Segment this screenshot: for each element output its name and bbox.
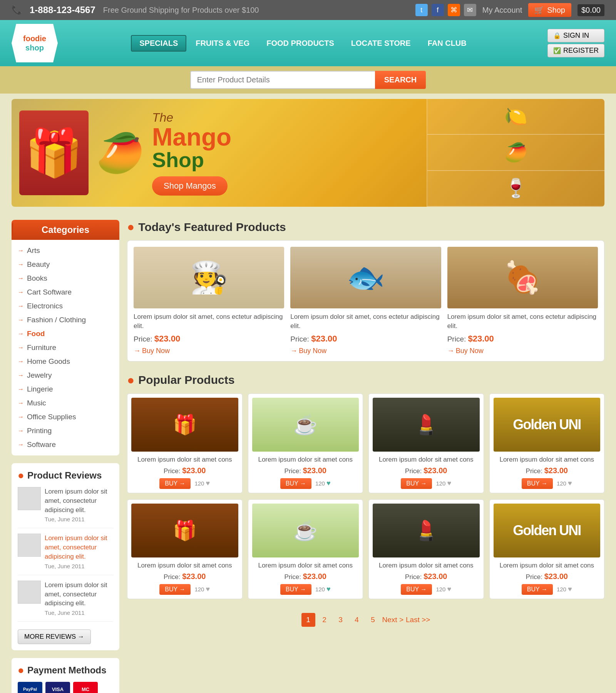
buy-button-7[interactable]: BUY → (401, 584, 432, 595)
cat-printing[interactable]: → Printing (12, 424, 119, 438)
cat-electronics[interactable]: → Electronics (12, 299, 119, 313)
featured-title: ● Today's Featured Products (127, 220, 604, 234)
more-reviews-button[interactable]: MORE REVIEWS → (18, 629, 91, 644)
hero-thumb-wine: 🍷 (427, 171, 604, 207)
buy-button-4[interactable]: BUY → (522, 478, 553, 489)
shop-button[interactable]: 🛒 Shop (528, 3, 571, 17)
featured-img-1: 🧑‍🍳 (134, 247, 284, 308)
cat-food[interactable]: → Food (12, 327, 119, 341)
rss-icon[interactable]: ⌘ (448, 4, 460, 16)
nav-locate-store[interactable]: LOCATE STORE (343, 36, 418, 51)
buy-now-1[interactable]: → Buy Now (134, 347, 284, 355)
cat-arrow: → (18, 330, 24, 337)
product-card-4: Golden UNI Lorem ipsum dolor sit amet co… (489, 393, 605, 493)
review-content-2: Lorem ipsum dolor sit amet, consectetur … (45, 534, 113, 569)
featured-grid: 🧑‍🍳 Lorem ipsum dolor sit amet, cons ect… (127, 240, 604, 362)
review-thumb-3 (18, 581, 41, 604)
page-2[interactable]: 2 (318, 613, 331, 627)
register-button[interactable]: ✅ REGISTER (547, 44, 604, 57)
nav-food-products[interactable]: FOOD PRODUCTS (259, 36, 342, 51)
page-4[interactable]: 4 (350, 613, 364, 627)
cat-office-supplies[interactable]: → Office Supplies (12, 410, 119, 424)
cat-arrow: → (18, 427, 24, 434)
heart-3[interactable]: ♥ (447, 479, 451, 487)
twitter-icon[interactable]: t (415, 4, 428, 16)
cat-jewelry[interactable]: → Jewelry (12, 368, 119, 382)
review-date-3: Tue, June 2011 (45, 609, 113, 616)
cat-home-goods[interactable]: → Home Goods (12, 355, 119, 368)
buy-now-3[interactable]: → Buy Now (447, 347, 598, 355)
cat-music[interactable]: → Music (12, 396, 119, 410)
pagination: 1 2 3 4 5 Next > Last >> (127, 605, 604, 634)
count-5: 120 (194, 586, 204, 593)
cat-arrow: → (18, 247, 24, 254)
page-last[interactable]: Last >> (406, 616, 430, 624)
cat-arrow: → (18, 413, 24, 420)
review-item-2: Lorem ipsum dolor sit amet, consectetur … (18, 534, 113, 575)
email-icon[interactable]: ✉ (464, 4, 476, 16)
count-4: 120 (557, 480, 566, 487)
cat-arrow: → (18, 316, 24, 323)
payment-title: ● Payment Methods (18, 664, 113, 676)
facebook-icon[interactable]: f (432, 4, 444, 16)
sign-buttons: 🔒 SIGN IN ✅ REGISTER (547, 29, 604, 57)
product-actions-3: BUY → 120 ♥ (373, 478, 480, 489)
count-like-1: 120 ♥ (194, 479, 210, 487)
cat-lingerie[interactable]: → Lingerie (12, 382, 119, 396)
featured-desc-1: Lorem ipsum dolor sit amet, cons ectetur… (134, 312, 284, 331)
cat-software[interactable]: → Software (12, 438, 119, 452)
count-like-7: 120 ♥ (436, 585, 451, 593)
logo: foodie shop (12, 24, 58, 62)
page-5[interactable]: 5 (366, 613, 380, 627)
hero-thumb-mango: 🥭 (427, 135, 604, 171)
payment-bullet: ● (18, 664, 24, 676)
page-1[interactable]: 1 (301, 613, 315, 627)
buy-button-1[interactable]: BUY → (159, 478, 191, 489)
buy-button-8[interactable]: BUY → (522, 584, 553, 595)
product-price-3: Price: $23.00 (373, 466, 480, 475)
nav-specials[interactable]: SPECIALS (131, 35, 186, 52)
my-account-link[interactable]: My Account (482, 6, 522, 15)
cart-price: $0.00 (578, 4, 604, 16)
buy-button-6[interactable]: BUY → (280, 584, 311, 595)
product-actions-1: BUY → 120 ♥ (131, 478, 238, 489)
heart-8[interactable]: ♥ (568, 585, 572, 593)
heart-7[interactable]: ♥ (447, 585, 451, 593)
cat-beauty[interactable]: → Beauty (12, 258, 119, 271)
heart-4[interactable]: ♥ (568, 479, 572, 487)
count-6: 120 (315, 586, 325, 593)
cat-fashion[interactable]: → Fashion / Clothing (12, 313, 119, 327)
product-desc-6: Lorem ipsum dolor sit amet cons (252, 561, 359, 570)
count-8: 120 (557, 586, 566, 593)
heart-5[interactable]: ♥ (206, 585, 210, 593)
product-desc-5: Lorem ipsum dolor sit amet cons (131, 561, 238, 570)
hero-gift-box (19, 110, 89, 195)
sign-in-button[interactable]: 🔒 SIGN IN (547, 29, 604, 42)
search-button[interactable]: SEARCH (375, 71, 426, 89)
logo-text: foodie shop (23, 34, 46, 52)
popular-grid-row1: 🎁 Lorem ipsum dolor sit amet cons Price:… (127, 393, 604, 493)
cat-furniture[interactable]: → Furniture (12, 341, 119, 355)
nav-fruits-veg[interactable]: FRUITS & VEG (188, 36, 257, 51)
page-3[interactable]: 3 (334, 613, 348, 627)
heart-2[interactable]: ♥ (326, 479, 331, 487)
nav-fan-club[interactable]: FAN CLUB (420, 36, 474, 51)
buy-button-3[interactable]: BUY → (401, 478, 432, 489)
buy-button-2[interactable]: BUY → (280, 478, 311, 489)
page-next[interactable]: Next > (382, 616, 403, 624)
review-item-3: Lorem ipsum dolor sit amet, consectetur … (18, 581, 113, 622)
product-card-1: 🎁 Lorem ipsum dolor sit amet cons Price:… (127, 393, 243, 493)
product-price-2: Price: $23.00 (252, 466, 359, 475)
product-actions-6: BUY → 120 ♥ (252, 584, 359, 595)
cat-arts[interactable]: → Arts (12, 244, 119, 258)
search-input[interactable] (190, 71, 375, 89)
shop-mangos-button[interactable]: Shop Mangos (152, 176, 228, 196)
cat-cart-software[interactable]: → Cart Software (12, 285, 119, 299)
buy-now-2[interactable]: → Buy Now (290, 347, 441, 355)
heart-1[interactable]: ♥ (206, 479, 210, 487)
buy-button-5[interactable]: BUY → (159, 584, 191, 595)
reviews-bullet: ● (18, 469, 24, 482)
cat-books[interactable]: → Books (12, 271, 119, 285)
heart-6[interactable]: ♥ (326, 585, 331, 593)
cat-arrow: → (18, 303, 24, 310)
